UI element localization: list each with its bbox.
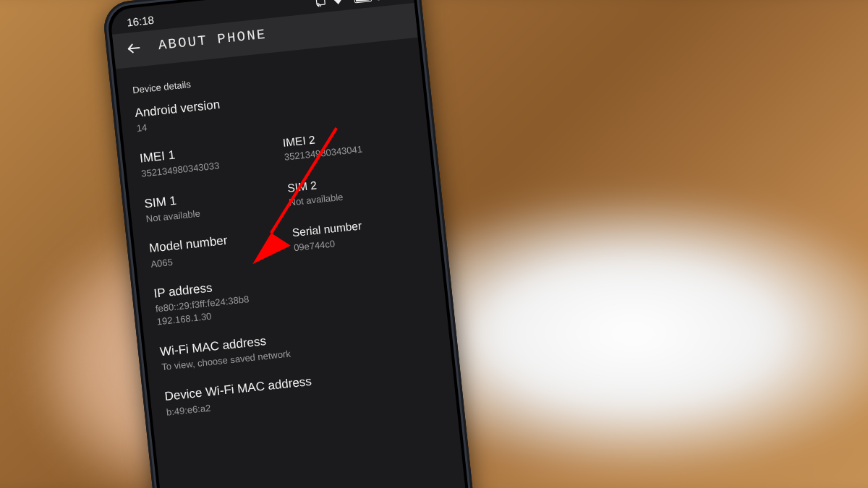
battery-percent: 87% [375,0,398,2]
battery-icon [349,0,376,4]
page-title: ABOUT PHONE [158,27,268,54]
arrow-left-icon [125,40,142,57]
cast-icon [315,0,326,8]
back-button[interactable] [124,39,143,58]
settings-list[interactable]: Device details Android version 14 IMEI 1… [116,38,455,420]
phone-screen: 16:18 87% ABO [109,0,469,488]
status-time: 16:18 [126,13,154,28]
model-number-cell: Model number A065 [148,228,281,270]
svg-rect-0 [316,0,325,5]
row-device-mac[interactable]: Device Wi-Fi MAC address b:49:e6:a2 [164,361,441,419]
phone-frame: 16:18 87% ABO [101,0,477,488]
row-ip[interactable]: IP address fe80::29:f3ff:fe24:38b8 192.1… [153,257,431,328]
wifi-icon [331,0,345,7]
